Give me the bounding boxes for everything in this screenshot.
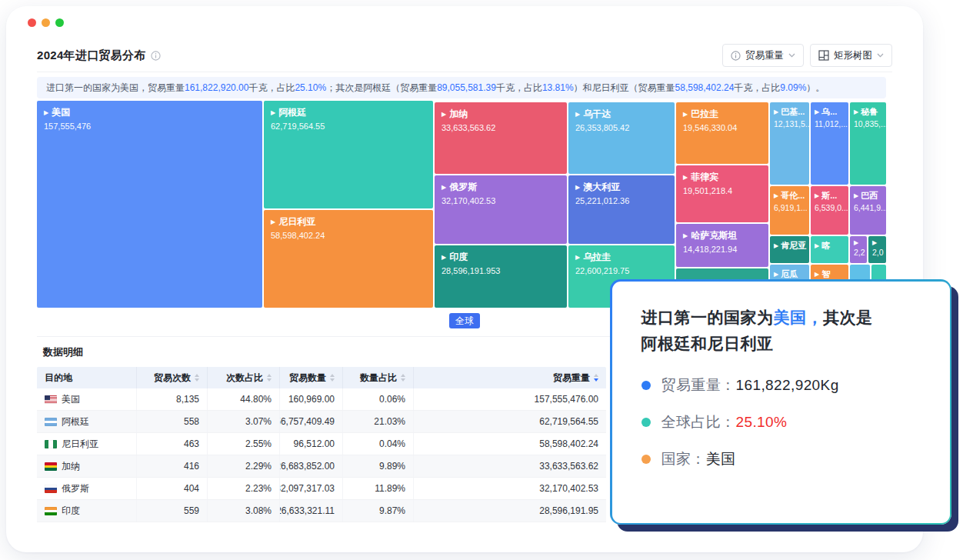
flag-gh-icon [45,462,57,471]
breadcrumb-root[interactable]: 全球 [449,313,480,328]
column-header-数量占比[interactable]: 数量占比 [343,367,414,388]
text-segment: ）。 [806,82,825,93]
tooltip-item-label: 全球占比： [661,412,736,432]
table-cell: 26,683,852.00 [280,455,343,477]
table-cell: 56,757,409.49 [280,411,343,432]
country-name: 巴基... [781,106,805,118]
flag-ng-icon [45,440,57,448]
treemap-cell-巴基...[interactable]: ▶巴基...12,131,5... [770,102,809,185]
treemap-cell-美国[interactable]: ▶美国157,555,476 [37,101,262,308]
column-header-贸易次数[interactable]: 贸易次数 [137,367,208,388]
treemap-cell-斯...[interactable]: ▶斯...6,539,0... [811,186,848,235]
treemap-cell[interactable]: ▶2,0 [868,236,886,263]
chart-type-select-label: 矩形树图 [834,49,872,62]
treemap-cell-乌干达[interactable]: ▶乌干达26,353,805.42 [568,102,675,174]
table-cell: 2.29% [208,455,280,477]
column-header-贸易重量[interactable]: 贸易重量 [414,367,606,388]
country-cell: 美国 [37,388,137,410]
sort-icon [195,374,199,382]
maximize-window-button[interactable] [55,18,64,27]
expand-arrow-icon: ▶ [774,272,778,278]
treemap-cell-巴西[interactable]: ▶巴西6,441,9... [850,186,886,235]
expand-arrow-icon: ▶ [683,112,688,118]
metric-select[interactable]: 贸易重量 [722,44,804,67]
country-name: 阿根廷 [278,106,306,119]
treemap-cell-哈萨克斯坦[interactable]: ▶哈萨克斯坦14,418,221.94 [676,224,768,267]
expand-arrow-icon: ▶ [854,240,858,246]
treemap-cell-尼日利亚[interactable]: ▶尼日利亚58,598,402.24 [264,210,433,308]
summary-highlight: 161,822,920.00 [185,82,248,93]
country-name: 俄罗斯 [62,482,89,495]
treemap-cell-哥伦...[interactable]: ▶哥伦...6,919,1... [770,186,809,235]
tooltip-item-value: 161,822,920Kg [736,377,839,394]
treemap-cell-加纳[interactable]: ▶加纳33,633,563.62 [435,102,567,174]
text-segment: 千克，占比 [734,82,780,93]
treemap-cell-阿根廷[interactable]: ▶阿根廷62,719,564.55 [264,101,433,208]
tooltip-title: 进口第一的国家为美国，其次是阿根廷和尼日利亚 [641,305,885,357]
treemap-cell-菲律宾[interactable]: ▶菲律宾19,501,218.4 [676,165,768,222]
table-cell: 404 [137,478,208,499]
column-label: 贸易数量 [289,372,326,385]
country-name: 乌干达 [583,108,611,121]
table-cell: 559 [137,500,208,522]
country-name: 尼日利亚 [62,438,98,451]
treemap-cell-value: 33,633,563.62 [442,123,560,132]
column-header-贸易数量[interactable]: 贸易数量 [280,367,343,388]
close-window-button[interactable] [28,18,36,27]
treemap-chart: ▶美国157,555,476▶阿根廷62,719,564.55▶尼日利亚58,5… [37,101,886,308]
bullet-dot-icon [641,381,651,390]
tooltip-item: 贸易重量：161,822,920Kg [641,375,921,395]
table-cell: 160,969.00 [280,388,343,410]
treemap-cell-label: ▶秘鲁 [854,106,882,118]
treemap-cell-value: 26,353,805.42 [575,123,668,132]
text-segment: ；其次是阿根廷（贸易重量 [326,82,437,93]
treemap-cell-value: 19,546,330.04 [683,123,761,132]
treemap-cell-巴拉圭[interactable]: ▶巴拉圭19,546,330.04 [676,102,768,164]
country-name: 巴拉圭 [691,108,718,121]
info-icon[interactable] [151,51,161,61]
treemap-cell-秘鲁[interactable]: ▶秘鲁10,835,... [850,102,886,185]
treemap-cell-value: 22,600,219.75 [575,266,668,275]
sort-asc-arrow [195,374,199,377]
table-cell: 32,170,402.53 [414,478,606,499]
sort-asc-arrow [267,374,272,377]
treemap-cell-value: 58,598,402.24 [271,231,426,240]
country-name: 厄瓜 [781,268,798,280]
tooltip-card: 进口第一的国家为美国，其次是阿根廷和尼日利亚 贸易重量：161,822,920K… [610,279,951,525]
country-cell: 俄罗斯 [37,478,137,499]
country-name: 澳大利亚 [583,181,620,194]
sort-icon [267,374,272,382]
table-row-阿根廷: 阿根廷5583.07%56,757,409.4921.03%62,719,564… [37,411,606,433]
country-name: 斯... [821,190,837,202]
expand-arrow-icon: ▶ [575,255,580,261]
table-cell: 463 [137,433,208,455]
treemap-cell-印度[interactable]: ▶印度28,596,191.953 [435,245,567,308]
chart-type-select[interactable]: 矩形树图 [810,44,892,67]
minimize-window-button[interactable] [42,18,50,27]
treemap-cell-肯尼亚[interactable]: ▶肯尼亚 [770,236,809,263]
page-title: 2024年进口贸易分布 [37,48,146,63]
column-header-次数占比[interactable]: 次数占比 [208,367,280,388]
expand-arrow-icon: ▶ [815,193,819,199]
treemap-cell-俄罗斯[interactable]: ▶俄罗斯32,170,402.53 [435,175,567,244]
treemap-cell-label: ▶哥伦... [774,190,805,202]
summary-highlight: 25.10% [295,82,326,93]
treemap-cell-乌...[interactable]: ▶乌...11,012,... [811,102,848,185]
treemap-cell[interactable]: ▶2,2 [850,236,867,263]
sort-desc-arrow [195,378,199,382]
sort-asc-arrow [401,374,405,377]
country-name: 印度 [449,251,468,264]
treemap-cell-value: 32,170,402.53 [442,196,560,205]
sort-icon [401,374,405,382]
expand-arrow-icon: ▶ [44,110,48,116]
tooltip-highlight: 美国， [774,308,824,326]
treemap-cell-label: ▶巴基... [774,106,805,118]
expand-arrow-icon: ▶ [815,109,819,115]
treemap-cell-澳大利亚[interactable]: ▶澳大利亚25,221,012.36 [568,175,675,244]
country-name: 肯尼亚 [781,240,806,252]
treemap-cell-喀[interactable]: ▶喀 [811,236,848,263]
metric-select-label: 贸易重量 [745,49,784,62]
data-table: 目的地贸易次数次数占比贸易数量数量占比贸易重量 美国8,13544.80%160… [37,367,606,522]
treemap-cell-value: 6,539,0... [815,203,845,212]
country-name: 哈萨克斯坦 [691,229,737,242]
